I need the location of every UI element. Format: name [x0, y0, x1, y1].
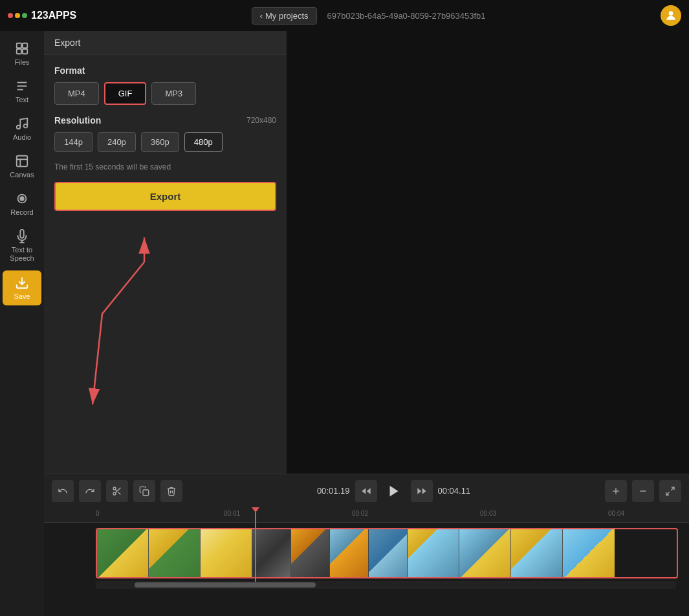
- sidebar-item-audio[interactable]: Audio: [3, 111, 41, 146]
- resolution-480p-button[interactable]: 480p: [184, 132, 223, 152]
- timeline-scrollbar[interactable]: [96, 581, 676, 589]
- minus-icon: [638, 486, 648, 496]
- sidebar-item-text[interactable]: Text: [3, 74, 41, 109]
- svg-rect-23: [143, 490, 149, 496]
- undo-icon: [58, 486, 68, 496]
- avatar[interactable]: [661, 5, 681, 26]
- fast-forward-icon: [417, 486, 427, 496]
- logo: 123APPS: [8, 10, 76, 21]
- svg-line-33: [666, 492, 670, 495]
- project-id: 697b023b-64a5-49a0-8059-27b963453fb1: [327, 11, 486, 21]
- sidebar-item-save[interactable]: Save: [3, 270, 41, 305]
- svg-point-0: [669, 11, 673, 16]
- audio-icon: [15, 116, 29, 131]
- sidebar-text-label: Text: [16, 96, 28, 104]
- logo-dot-green: [22, 13, 27, 18]
- track-segment-8: [408, 529, 459, 577]
- track-segment-11: [563, 529, 615, 577]
- canvas-icon: [15, 154, 29, 168]
- copy-button[interactable]: [133, 480, 155, 502]
- timeline-ruler: 0 00:01 00:02 00:03 00:04: [44, 507, 689, 523]
- svg-marker-27: [422, 488, 426, 494]
- format-gif-button[interactable]: GIF: [104, 82, 147, 105]
- sidebar-item-record[interactable]: Record: [3, 186, 41, 221]
- delete-button[interactable]: [160, 480, 182, 502]
- record-icon: [15, 192, 29, 206]
- video-track[interactable]: [96, 528, 678, 578]
- playhead-marker: [252, 507, 259, 512]
- resolution-144p-button[interactable]: 144p: [54, 132, 93, 152]
- svg-line-21: [118, 492, 121, 494]
- track-segment-1: [97, 529, 149, 577]
- svg-point-18: [113, 487, 116, 490]
- track-area: [96, 528, 689, 578]
- svg-marker-26: [389, 485, 398, 496]
- format-mp4-button[interactable]: MP4: [54, 82, 99, 105]
- sidebar-record-label: Record: [10, 208, 33, 216]
- svg-point-12: [20, 197, 24, 201]
- right-controls: [605, 480, 681, 502]
- fast-forward-button[interactable]: [411, 480, 433, 502]
- trash-icon: [166, 486, 177, 496]
- resolution-360p-button[interactable]: 360p: [141, 132, 179, 152]
- svg-marker-28: [417, 488, 421, 494]
- svg-rect-1: [17, 43, 21, 48]
- format-mp3-button[interactable]: MP3: [151, 82, 196, 105]
- svg-point-8: [17, 126, 21, 129]
- svg-line-22: [115, 489, 117, 491]
- format-buttons: MP4 GIF MP3: [54, 82, 276, 105]
- sidebar-item-files[interactable]: Files: [3, 36, 41, 71]
- rewind-icon: [361, 486, 371, 496]
- svg-point-9: [24, 124, 28, 128]
- svg-rect-2: [23, 43, 27, 48]
- expand-button[interactable]: [659, 480, 681, 502]
- ruler-mark-4: 00:04: [608, 510, 624, 517]
- panel-tab[interactable]: Export: [44, 31, 287, 55]
- remove-track-button[interactable]: [632, 480, 654, 502]
- sidebar-item-tts[interactable]: Text to Speech: [3, 224, 41, 268]
- play-button[interactable]: [382, 479, 406, 503]
- redo-icon: [85, 486, 95, 496]
- track-segment-7: [369, 529, 408, 577]
- files-icon: [15, 41, 29, 56]
- export-button[interactable]: Export: [54, 182, 276, 211]
- my-projects-label: My projects: [265, 11, 308, 21]
- logo-text: 123APPS: [31, 10, 76, 21]
- undo-button[interactable]: [52, 480, 74, 502]
- track-segment-2: [149, 529, 201, 577]
- format-section-title: Format: [54, 65, 276, 76]
- add-icon: [611, 486, 621, 496]
- sidebar-files-label: Files: [14, 58, 29, 66]
- copy-icon: [139, 486, 149, 496]
- resolution-section-title: Resolution: [54, 115, 101, 126]
- sidebar-item-canvas[interactable]: Canvas: [3, 149, 41, 184]
- svg-marker-25: [366, 488, 370, 494]
- export-panel: Export Format MP4 GIF MP3 Resolution 720…: [44, 31, 287, 474]
- svg-rect-10: [17, 156, 28, 167]
- redo-button[interactable]: [79, 480, 101, 502]
- resolution-buttons: 144p 240p 360p 480p: [54, 132, 276, 152]
- sidebar-tts-label: Text to Speech: [5, 246, 39, 263]
- resolution-240p-button[interactable]: 240p: [98, 132, 136, 152]
- end-time: 00:04.11: [438, 486, 471, 496]
- cut-button[interactable]: [106, 480, 128, 502]
- scrollbar-thumb[interactable]: [135, 582, 316, 588]
- ruler-mark-2: 00:02: [352, 510, 368, 517]
- save-icon: [15, 276, 29, 290]
- svg-rect-3: [17, 49, 21, 54]
- scissors-icon: [112, 486, 122, 496]
- ruler-mark-1: 00:01: [224, 510, 240, 517]
- expand-icon: [665, 486, 675, 496]
- sidebar: Files Text Audio Canvas: [0, 31, 44, 616]
- chevron-left-icon: ‹: [260, 11, 263, 21]
- track-segment-10: [511, 529, 563, 577]
- sidebar-save-label: Save: [14, 292, 30, 300]
- my-projects-button[interactable]: ‹ My projects: [252, 7, 317, 25]
- export-note: The first 15 seconds will be saved: [54, 162, 276, 171]
- play-controls: 00:01.19 00:04.11: [309, 479, 478, 503]
- svg-line-32: [671, 487, 674, 490]
- tts-icon: [15, 229, 29, 243]
- track-segment-4: [252, 529, 291, 577]
- rewind-button[interactable]: [355, 480, 377, 502]
- add-track-button[interactable]: [605, 480, 627, 502]
